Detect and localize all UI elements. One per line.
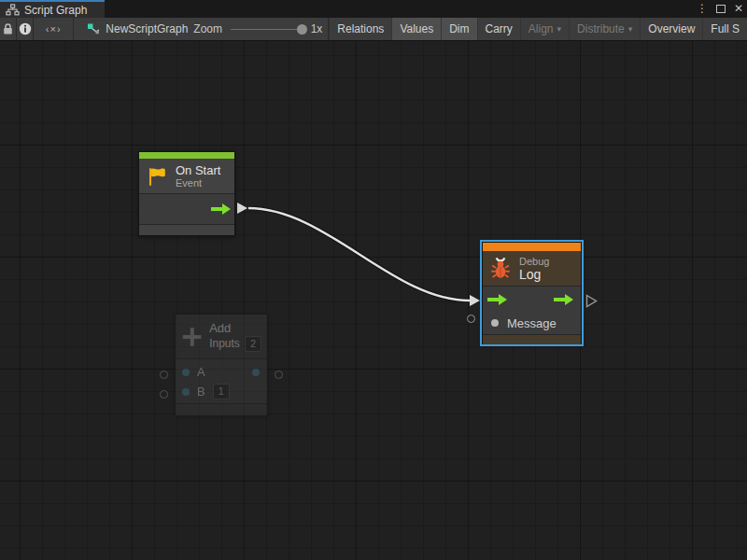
node-header: Add Inputs 2 [176,315,267,359]
input-port-b[interactable] [182,388,190,396]
port-row-b: B 1 [176,382,267,401]
inputs-label: Inputs [209,337,240,351]
port-b-value-field[interactable]: 1 [213,384,230,399]
graph-canvas[interactable]: On Start Event [0,41,747,560]
info-icon [19,22,32,35]
flag-icon [145,164,169,189]
node-accent-bar [139,152,234,159]
maximize-icon[interactable] [716,5,726,13]
node-title: On Start [176,163,220,177]
align-button[interactable]: Align ▾ [520,18,569,40]
overview-button[interactable]: Overview [640,18,702,40]
align-label: Align [529,22,554,35]
node-footer [176,403,267,415]
message-port-outer-ring[interactable] [467,315,475,323]
script-graph-window: Script Graph ⋮ ✕ ‹×› [0,0,747,560]
connection-wire[interactable] [248,208,470,301]
plus-icon [181,325,203,349]
input-port-a[interactable] [182,369,190,376]
lock-button[interactable] [0,18,16,40]
relations-label: Relations [337,22,384,35]
node-add-wrapper: Add Inputs 2 A B [175,314,268,415]
window-controls: ⋮ ✕ [697,0,743,18]
graph-name-label: NewScriptGraph [106,22,188,35]
fullscreen-button[interactable]: Full S [702,18,747,40]
tab-title: Script Graph [24,4,87,17]
port-a-label: A [197,365,205,379]
carry-button[interactable]: Carry [477,18,520,40]
wire-end-arrow[interactable] [470,295,480,306]
node-debug-log[interactable]: Debug Log Message [482,242,582,344]
chevron-down-icon: ▾ [628,24,633,34]
dim-button[interactable]: Dim [441,18,476,40]
message-port-label: Message [507,316,557,330]
node-subtitle: Event [176,177,220,189]
node-on-start[interactable]: On Start Event [138,151,235,236]
node-body: Message [483,287,581,334]
values-label: Values [400,22,433,35]
node-footer [139,224,234,235]
relations-button[interactable]: Relations [329,18,391,40]
lock-icon [2,22,14,35]
carry-label: Carry [486,22,513,35]
port-row-a: A [176,362,267,382]
flow-output-port[interactable] [554,294,573,305]
graph-hierarchy-icon [6,4,20,16]
code-view-button[interactable]: ‹×› [34,18,73,40]
node-header: Debug Log [483,251,581,287]
inputs-count-field[interactable]: 2 [245,336,261,352]
distribute-label: Distribute [577,22,625,35]
tab-bar: Script Graph ⋮ ✕ [0,0,747,18]
node-add[interactable]: Add Inputs 2 A B [175,314,268,415]
tab-script-graph[interactable]: Script Graph [0,0,105,18]
message-port-row: Message [483,313,581,333]
graph-toolbar: ‹×› NewScriptGraph Zoom 1x Relations Val… [0,18,747,41]
close-icon[interactable]: ✕ [734,0,743,18]
zoom-value: 1x [311,22,323,35]
bug-icon [488,256,513,281]
fullscreen-label: Full S [711,22,740,35]
node-title: Add [209,321,261,335]
output-port-sum[interactable] [252,369,260,376]
info-button[interactable] [17,18,33,40]
node-header: On Start Event [139,159,234,194]
wire-start-arrow[interactable] [237,203,247,214]
flow-port-row [483,287,581,313]
window-menu-icon[interactable]: ⋮ [697,0,708,18]
distribute-button[interactable]: Distribute ▾ [569,18,640,40]
flow-output-port[interactable] [211,203,231,215]
flow-output-outer-triangle[interactable] [585,294,598,308]
graph-breadcrumb[interactable]: NewScriptGraph [74,18,188,40]
flow-input-port[interactable] [487,294,507,305]
node-footer [483,334,581,344]
zoom-label: Zoom [193,22,222,35]
node-body: A B 1 [176,359,267,403]
zoom-slider-handle[interactable] [297,24,307,35]
wire-layer [0,41,747,560]
code-icon: ‹×› [46,23,62,35]
script-graph-asset-icon [87,22,100,35]
port-a-outer-ring[interactable] [160,371,168,379]
node-category: Debug [519,256,549,268]
chevron-down-icon: ▾ [557,24,562,34]
zoom-control: Zoom 1x [188,18,328,40]
message-input-port[interactable] [491,319,499,327]
node-accent-bar [483,243,581,251]
node-body [139,194,234,224]
dim-label: Dim [449,22,469,35]
overview-label: Overview [648,22,695,35]
node-title: Log [519,268,549,282]
output-port-outer-ring[interactable] [275,371,283,379]
connection-wire-shadow [248,208,470,301]
values-button[interactable]: Values [391,18,441,40]
port-b-outer-ring[interactable] [160,390,168,399]
zoom-slider[interactable] [231,29,304,30]
port-b-label: B [197,385,205,399]
